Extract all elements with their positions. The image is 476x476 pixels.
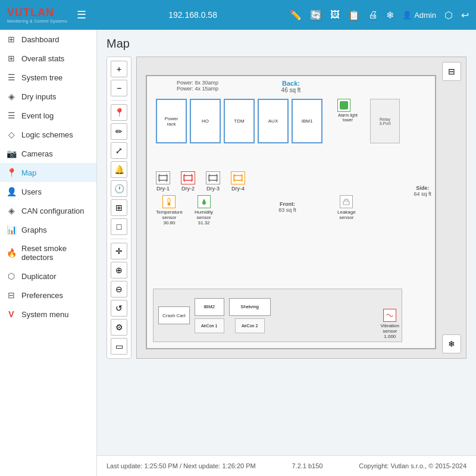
svg-rect-12 [168,198,170,203]
admin-button[interactable]: 👤 Admin [402,11,436,20]
sidebar-item-logic-schemes[interactable]: ◇ Logic schemes [0,125,96,144]
snowflake-icon[interactable]: ❄ [386,10,394,21]
leakage-sensor[interactable]: Leakagesensor [337,195,356,220]
temp-sensor[interactable]: Temperaturesensor 30.80 [156,195,183,226]
admin-label: Admin [414,11,436,20]
layers-overlay-button[interactable]: ⊟ [442,62,461,81]
vibration-sensor[interactable]: Vibrationsensor 1.000 [381,309,399,339]
aircon2-label: AirCon 2 [242,324,258,328]
crash-cart-label: Crash Cart [162,313,186,318]
humidity-sensor-icon [198,195,211,208]
sidebar-item-system-tree[interactable]: ☰ System tree [0,68,96,87]
version: 7.2.1 b150 [292,462,322,469]
rack-ibm1[interactable]: IBM1 [292,99,322,143]
side-section: Side: 64 sq ft [414,185,431,197]
dry-3[interactable]: Dry-3 [206,171,220,192]
back-power2: Power: 4x 15amp [177,86,218,92]
sidebar-label-logic-schemes: Logic schemes [21,130,73,139]
aircon2-box[interactable]: AirCon 2 [235,318,265,333]
dry-1-icon [156,171,170,184]
alarm-tower-icon[interactable] [337,99,350,112]
sidebar-label-can-configuration: CAN configuration [21,206,84,215]
bell-button[interactable]: 🔔 [111,161,127,178]
logo-v: V [7,7,15,18]
settings2-button[interactable]: ⚙ [111,319,127,336]
sidebar-item-dashboard[interactable]: ⊞ Dashboard [0,30,96,49]
plus-button[interactable]: ⊕ [111,262,127,278]
duplicator-icon: ⬡ [6,271,17,281]
sidebar-label-event-log: Event log [21,111,54,120]
sidebar-item-event-log[interactable]: ☰ Event log [0,106,96,125]
back-label: Back: [281,80,301,87]
dry-1[interactable]: Dry-1 [156,171,170,192]
edit-icon[interactable]: ✏️ [290,10,302,21]
system-tree-icon: ☰ [6,73,17,82]
main-content: Map + − 📍 ✏ ⤢ 🔔 🕐 ⊞ □ ✛ ⊕ ⊖ [97,30,476,455]
settings-icon[interactable]: ⬡ [444,10,453,21]
relay-subtext: 3-Port [379,121,390,126]
temp-sensor-value: 30.80 [163,220,175,226]
dry-inputs-row: Dry-1 Dry-2 [156,171,245,192]
sidebar-item-can-configuration[interactable]: ◈ CAN configuration [0,201,96,220]
sidebar-item-system-menu[interactable]: V System menu [0,305,96,324]
front-sqft: 83 sq ft [278,207,296,213]
rect-button[interactable]: ▭ [111,338,127,355]
dry-4-label: Dry-4 [231,186,245,192]
relay-box: Relay 3-Port [370,99,400,143]
layers-button[interactable]: ⊞ [111,199,127,216]
bottom-zone: Crash Cart IBM2 AirCon 1 Shelving [153,289,402,342]
sidebar-item-preferences[interactable]: ⊟ Preferences [0,286,96,305]
refresh-icon[interactable]: 🔄 [310,10,322,21]
svg-rect-14 [343,201,349,205]
shelving-box[interactable]: Shelving [229,298,271,316]
freeze-button[interactable]: ❄ [442,334,461,353]
zoom-in-button[interactable]: + [111,61,127,77]
square-button[interactable]: □ [111,218,127,235]
sidebar-item-users[interactable]: 👤 Users [0,182,96,201]
ibm2-box[interactable]: IBM2 [195,298,224,316]
ibm2-aircon1: IBM2 AirCon 1 [195,298,224,333]
side-label: Side: [414,185,431,191]
dry-1-label: Dry-1 [156,186,170,192]
minus-button[interactable]: ⊖ [111,281,127,298]
sidebar-item-reset-smoke-detectors[interactable]: 🔥 Reset smoke detectors [0,239,96,267]
rotate-button[interactable]: ↺ [111,300,127,317]
move-button[interactable]: ✛ [111,243,127,259]
rack-ho[interactable]: HO [190,99,221,143]
dry-4[interactable]: Dry-4 [231,171,245,192]
aircon1-box[interactable]: AirCon 1 [195,318,224,333]
sidebar-item-cameras[interactable]: 📷 Cameras [0,144,96,163]
pencil-button[interactable]: ✏ [111,123,127,140]
map-canvas: ⊟ Power: 8x 30amp Power: 4x 15amp Back: … [136,57,466,359]
sidebar-item-duplicator[interactable]: ⬡ Duplicator [0,267,96,286]
zoom-out-button[interactable]: − [111,80,127,96]
menu-icon[interactable]: ☰ [77,8,86,21]
dry-2[interactable]: Dry-2 [181,171,195,192]
resize-button[interactable]: ⤢ [111,142,127,159]
sidebar-item-overall-stats[interactable]: ⊞ Overall stats [0,49,96,68]
clock-button[interactable]: 🕐 [111,180,127,197]
temp-sensor-icon [162,195,176,208]
rack-tdm[interactable]: TDM [224,99,255,143]
image-icon[interactable]: 🖼 [330,10,340,20]
sidebar-label-map: Map [21,168,36,177]
print-icon[interactable]: 🖨 [368,10,378,20]
logout-icon[interactable]: ↩ [461,10,469,21]
crash-cart[interactable]: Crash Cart [158,306,190,324]
back-section: Back: 46 sq ft [281,80,301,93]
rack-power[interactable]: Powerrack [156,99,187,143]
sidebar-item-graphs[interactable]: 📊 Graphs [0,220,96,239]
can-config-icon: ◈ [6,206,17,215]
sidebar-item-map[interactable]: 📍 Map [0,163,96,182]
relay-label: Relay [380,117,390,121]
sidebar-label-duplicator: Duplicator [21,272,57,281]
location-button[interactable]: 📍 [111,104,127,121]
leakage-sensor-label: Leakagesensor [337,209,356,220]
map-icon[interactable]: 📋 [348,10,360,21]
alarm-status-indicator [340,101,348,109]
sidebar-item-dry-inputs[interactable]: ◈ Dry inputs [0,87,96,106]
event-log-icon: ☰ [6,111,17,120]
rack-aux[interactable]: AUX [258,99,289,143]
humidity-sensor[interactable]: Humiditysensor 31.32 [195,195,213,226]
sidebar-label-dry-inputs: Dry inputs [21,92,57,101]
